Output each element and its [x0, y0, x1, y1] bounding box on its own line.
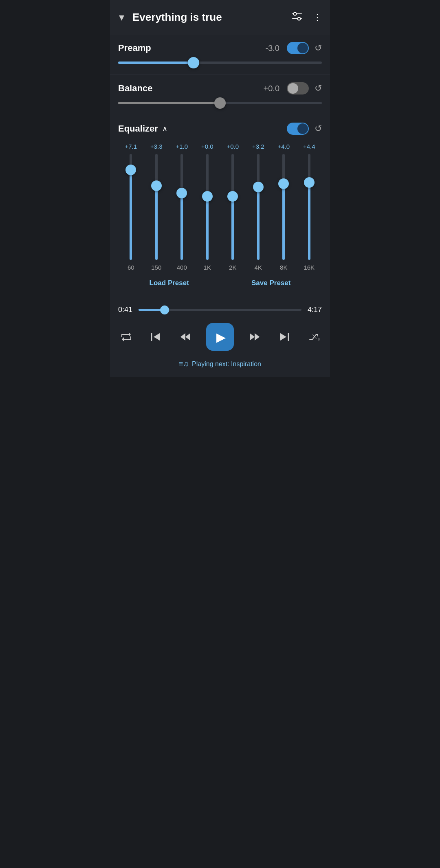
eq-band-freq-3: 1K [197, 264, 218, 271]
eq-band-fill-6 [282, 187, 285, 260]
prev-track-button[interactable] [147, 329, 164, 345]
eq-band-val-4: +0.0 [222, 143, 243, 150]
eq-band-val-7: +4.4 [299, 143, 320, 150]
eq-band-values: +7.1 +3.3 +1.0 +0.0 +0.0 +3.2 +4.0 +4.4 [118, 143, 322, 150]
eq-band-freq-6: 8K [273, 264, 294, 271]
balance-toggle-knob [288, 83, 298, 94]
eq-band-0 [120, 154, 141, 260]
eq-band-thumb-5[interactable] [253, 182, 264, 192]
now-playing-text: Playing next: Inspiration [192, 360, 261, 368]
eq-band-1 [146, 154, 167, 260]
eq-band-thumb-4[interactable] [227, 191, 238, 202]
eq-band-freq-7: 16K [299, 264, 320, 271]
header: ▾ Everything is true ⋮ [110, 0, 330, 35]
svg-rect-5 [288, 333, 290, 341]
play-icon: ▶ [216, 330, 226, 344]
chevron-down-icon[interactable]: ▾ [117, 9, 127, 26]
eq-band-4 [222, 154, 243, 260]
eq-band-freq-4: 2K [222, 264, 243, 271]
controls-row: ▶ [118, 323, 322, 351]
header-icons: ⋮ [290, 10, 323, 25]
preamp-label: Preamp [118, 43, 266, 53]
eq-band-freq-5: 4K [248, 264, 269, 271]
balance-value: +0.0 [264, 84, 279, 93]
queue-music-icon: ≡♫ [179, 360, 189, 368]
eq-toggle-knob [297, 123, 308, 134]
preamp-toggle-knob [297, 43, 308, 53]
svg-point-3 [298, 17, 301, 20]
eq-band-track-5[interactable] [257, 154, 260, 260]
eq-band-fill-0 [130, 173, 132, 260]
preamp-toggle[interactable] [287, 42, 309, 54]
balance-label: Balance [118, 83, 264, 94]
eq-band-fill-1 [155, 189, 158, 260]
preamp-reset-icon[interactable]: ↺ [315, 43, 322, 53]
eq-band-track-1[interactable] [155, 154, 158, 260]
eq-band-fill-3 [206, 200, 209, 260]
preset-row: Load Preset Save Preset [118, 277, 322, 290]
eq-band-track-7[interactable] [308, 154, 310, 260]
eq-band-track-2[interactable] [180, 154, 183, 260]
player-section: 0:41 4:17 [110, 298, 330, 377]
eq-band-val-6: +4.0 [273, 143, 294, 150]
rewind-button[interactable] [177, 329, 193, 345]
balance-slider[interactable] [118, 102, 322, 104]
eq-band-5 [248, 154, 269, 260]
eq-band-track-0[interactable] [130, 154, 132, 260]
eq-band-track-6[interactable] [282, 154, 285, 260]
svg-point-1 [294, 12, 297, 15]
eq-band-thumb-1[interactable] [151, 180, 162, 191]
preamp-slider[interactable] [118, 62, 322, 64]
balance-reset-icon[interactable]: ↺ [315, 83, 322, 94]
eq-band-fill-5 [257, 190, 260, 260]
progress-thumb[interactable] [160, 305, 169, 314]
eq-band-thumb-3[interactable] [202, 191, 213, 202]
eq-band-thumb-6[interactable] [278, 178, 289, 189]
balance-slider-fill [118, 102, 220, 104]
preamp-section: Preamp -3.0 ↺ [110, 35, 330, 75]
page-title: Everything is true [132, 11, 290, 24]
balance-slider-thumb[interactable] [214, 97, 226, 109]
preamp-value: -3.0 [266, 44, 279, 53]
progress-bar[interactable] [139, 309, 301, 311]
eq-band-track-3[interactable] [206, 154, 209, 260]
eq-band-val-1: +3.3 [146, 143, 167, 150]
shuffle-button[interactable] [306, 330, 322, 344]
balance-toggle[interactable] [287, 82, 309, 94]
settings-sliders-icon[interactable] [290, 10, 304, 25]
eq-band-freq-1: 150 [146, 264, 167, 271]
eq-band-val-5: +3.2 [248, 143, 269, 150]
eq-band-thumb-7[interactable] [304, 177, 315, 188]
more-vert-icon[interactable]: ⋮ [311, 11, 323, 24]
eq-band-val-3: +0.0 [197, 143, 218, 150]
preamp-slider-thumb[interactable] [188, 57, 199, 68]
fast-forward-button[interactable] [247, 329, 263, 345]
eq-band-val-0: +7.1 [120, 143, 141, 150]
svg-rect-4 [151, 333, 152, 341]
save-preset-button[interactable]: Save Preset [245, 277, 297, 290]
eq-band-fill-7 [308, 186, 310, 260]
eq-collapse-icon[interactable]: ∧ [162, 124, 167, 133]
play-button[interactable]: ▶ [206, 323, 234, 351]
current-time: 0:41 [118, 305, 134, 314]
eq-bands-sliders [118, 154, 322, 260]
eq-band-7 [299, 154, 320, 260]
eq-band-3 [197, 154, 218, 260]
eq-band-freq-2: 400 [171, 264, 192, 271]
eq-band-thumb-0[interactable] [125, 165, 136, 175]
progress-row: 0:41 4:17 [118, 305, 322, 314]
balance-section: Balance +0.0 ↺ [110, 75, 330, 115]
eq-reset-icon[interactable]: ↺ [315, 123, 322, 134]
now-playing: ≡♫ Playing next: Inspiration [118, 358, 322, 371]
eq-band-2 [171, 154, 192, 260]
eq-band-thumb-2[interactable] [176, 188, 187, 198]
eq-band-6 [273, 154, 294, 260]
eq-band-track-4[interactable] [231, 154, 234, 260]
eq-band-fill-4 [231, 200, 234, 260]
eq-band-fill-2 [180, 196, 183, 260]
repeat-button[interactable] [118, 330, 134, 344]
eq-toggle[interactable] [287, 123, 309, 135]
load-preset-button[interactable]: Load Preset [143, 277, 196, 290]
next-track-button[interactable] [276, 329, 293, 345]
eq-band-freq-0: 60 [120, 264, 141, 271]
